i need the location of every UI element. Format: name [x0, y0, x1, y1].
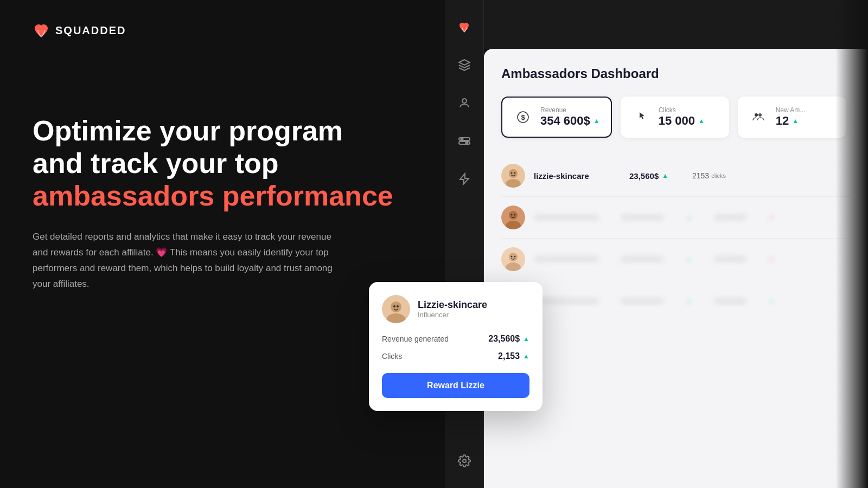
- svg-point-31: [391, 301, 401, 312]
- left-panel: SQUADDED Optimize your program and track…: [0, 0, 445, 488]
- tooltip-revenue-label: Revenue generated: [382, 335, 449, 343]
- hero-description: Get detailed reports and analytics that …: [33, 229, 336, 292]
- svg-point-3: [461, 138, 463, 140]
- svg-point-24: [514, 256, 516, 258]
- logo: SQUADDED: [33, 22, 412, 39]
- sidebar-item-home[interactable]: [454, 16, 475, 38]
- ambassador-tooltip: Lizzie-skincare Influencer Revenue gener…: [369, 282, 542, 411]
- user-icon: [458, 97, 471, 110]
- logo-icon: [33, 22, 50, 39]
- svg-point-11: [509, 169, 518, 178]
- ambassador-name: lizzie-skincare: [534, 171, 621, 181]
- new-ambassadors-label: New Am...: [776, 106, 835, 114]
- ambassador-list: lizzie-skincare 23,560$ ▲ 2153 clicks: [501, 155, 851, 322]
- tooltip-clicks-label: Clicks: [382, 352, 402, 361]
- heart-icon: [458, 21, 471, 34]
- clicks-label: Clicks: [659, 106, 718, 114]
- right-panel: Ambassadors Dashboard $ Revenue 354 600$…: [445, 0, 868, 488]
- hero-headline: Optimize your program and track your top…: [33, 115, 412, 212]
- svg-point-8: [755, 113, 758, 117]
- sidebar-item-gear[interactable]: [454, 450, 475, 472]
- tooltip-name: Lizzie-skincare: [418, 299, 487, 311]
- new-ambassadors-trend-icon: ▲: [792, 117, 799, 125]
- svg-point-19: [514, 214, 516, 216]
- revenue-value: 354 600$ ▲: [540, 114, 600, 128]
- revenue-label: Revenue: [540, 106, 600, 114]
- avatar: [501, 206, 525, 229]
- tooltip-role: Influencer: [418, 311, 487, 319]
- headline-line2: and track your top: [33, 147, 412, 180]
- stats-row: $ Revenue 354 600$ ▲: [501, 97, 851, 138]
- reward-button[interactable]: Reward Lizzie: [382, 373, 529, 398]
- svg-point-5: [463, 459, 466, 463]
- avatar: [501, 247, 525, 271]
- svg-point-14: [514, 172, 516, 174]
- brand-name: SQUADDED: [55, 24, 126, 37]
- stat-new-ambassadors: New Am... 12 ▲: [738, 97, 846, 138]
- dashboard-panel: Ambassadors Dashboard $ Revenue 354 600$…: [484, 49, 868, 488]
- stat-clicks: Clicks 15 000 ▲: [621, 97, 729, 138]
- new-ambassadors-value: 12 ▲: [776, 114, 835, 128]
- new-ambassadors-info: New Am... 12 ▲: [776, 106, 835, 128]
- revenue-info: Revenue 354 600$ ▲: [540, 106, 600, 128]
- edge-fade: [835, 0, 868, 488]
- sidebar-item-users[interactable]: [454, 92, 475, 114]
- tooltip-identity: Lizzie-skincare Influencer: [418, 299, 487, 319]
- revenue-trend: ▲: [662, 172, 668, 179]
- clicks-trend-icon: ▲: [698, 117, 705, 125]
- layers-icon: [458, 59, 471, 72]
- table-row[interactable]: ▲ ▲: [501, 280, 851, 322]
- sidebar-item-layers[interactable]: [454, 54, 475, 76]
- sidebar-item-settings[interactable]: [454, 130, 475, 152]
- svg-text:$: $: [521, 113, 525, 121]
- tooltip-clicks-row: Clicks 2,153 ▲: [382, 351, 529, 361]
- svg-point-4: [465, 142, 468, 144]
- svg-point-34: [397, 305, 399, 307]
- table-row[interactable]: ▲ ▼: [501, 197, 851, 239]
- tooltip-avatar: [382, 295, 410, 323]
- clicks-icon: [631, 107, 651, 127]
- svg-point-21: [509, 253, 518, 261]
- ambassador-clicks: 2153 clicks: [692, 171, 746, 180]
- gear-icon: [458, 454, 471, 467]
- tooltip-header: Lizzie-skincare Influencer: [382, 295, 529, 323]
- sidebar: [445, 0, 484, 488]
- clicks-info: Clicks 15 000 ▲: [659, 106, 718, 128]
- headline-line3: ambassadors performance: [33, 180, 412, 213]
- svg-point-23: [511, 256, 513, 258]
- toggle-icon: [458, 134, 471, 147]
- tooltip-revenue-row: Revenue generated 23,560$ ▲: [382, 334, 529, 344]
- clicks-value: 15 000 ▲: [659, 114, 718, 128]
- tooltip-revenue-value: 23,560$ ▲: [488, 334, 529, 344]
- avatar: [501, 164, 525, 188]
- dashboard-title: Ambassadors Dashboard: [501, 66, 851, 81]
- stat-revenue: $ Revenue 354 600$ ▲: [501, 97, 612, 138]
- lightning-icon: [458, 172, 471, 185]
- ambassadors-icon: [749, 107, 768, 127]
- svg-point-0: [462, 99, 467, 103]
- svg-point-33: [393, 305, 395, 307]
- headline-line1: Optimize your program: [33, 115, 412, 147]
- table-row[interactable]: ▲ ▼: [501, 239, 851, 280]
- svg-point-18: [511, 214, 513, 216]
- revenue-trend-icon: ▲: [593, 117, 600, 125]
- tooltip-clicks-value: 2,153 ▲: [498, 351, 529, 361]
- revenue-icon: $: [513, 107, 533, 127]
- tooltip-clicks-trend: ▲: [523, 352, 529, 360]
- svg-point-9: [758, 113, 762, 117]
- tooltip-revenue-trend: ▲: [523, 335, 529, 343]
- svg-point-16: [509, 211, 518, 220]
- svg-point-13: [511, 172, 513, 174]
- table-row[interactable]: lizzie-skincare 23,560$ ▲ 2153 clicks: [501, 155, 851, 197]
- sidebar-item-lightning[interactable]: [454, 168, 475, 190]
- sidebar-top-bg: [484, 0, 868, 49]
- ambassador-revenue: 23,560$ ▲: [629, 171, 684, 181]
